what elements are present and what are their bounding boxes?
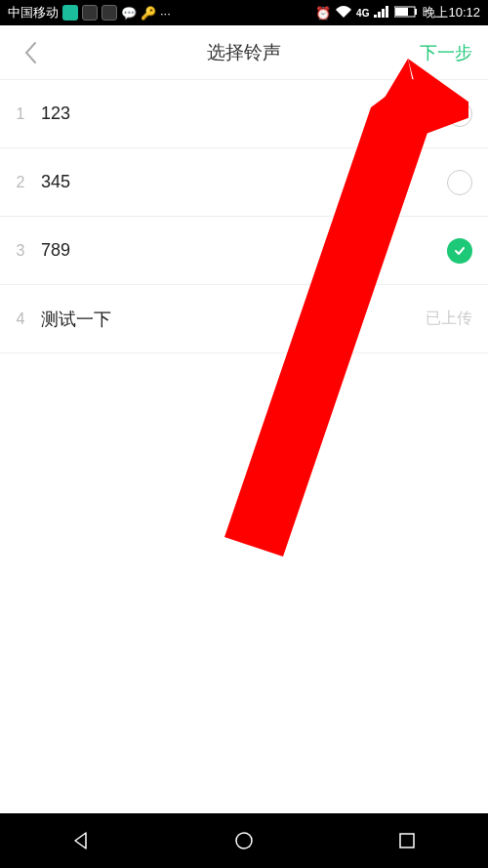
alarm-icon: ⏰ [315, 6, 331, 21]
chevron-left-icon [23, 41, 37, 64]
triangle-back-icon [70, 830, 92, 851]
back-button[interactable] [16, 38, 45, 67]
circle-home-icon [233, 830, 255, 851]
list-item[interactable]: 1 123 [0, 80, 488, 148]
check-icon [453, 244, 467, 258]
nav-back-button[interactable] [52, 821, 110, 860]
signal-icon [374, 6, 389, 21]
svg-rect-2 [382, 9, 385, 18]
item-status: 已上传 [426, 309, 472, 329]
svg-point-10 [236, 833, 252, 848]
square-recent-icon [397, 831, 417, 850]
app-icon-3 [102, 5, 117, 21]
key-icon: 🔑 [141, 6, 156, 21]
svg-rect-11 [400, 834, 414, 847]
app-icon-1 [62, 5, 78, 21]
nav-recent-button[interactable] [378, 821, 436, 860]
status-left: 中国移动 💬 🔑 ··· [8, 4, 171, 21]
network-label: 4G [356, 8, 369, 19]
list-item[interactable]: 4 测试一下 已上传 [0, 285, 488, 353]
list-item[interactable]: 2 345 [0, 148, 488, 217]
item-index: 1 [0, 105, 41, 123]
carrier-label: 中国移动 [8, 4, 59, 21]
item-label: 123 [41, 103, 447, 124]
radio-checked-icon[interactable] [447, 238, 472, 264]
svg-rect-0 [374, 15, 377, 18]
svg-rect-3 [386, 6, 388, 18]
more-icon: ··· [160, 6, 171, 21]
item-label: 789 [41, 240, 447, 261]
notification-icon: 💬 [121, 6, 137, 21]
system-nav-bar [0, 813, 488, 868]
radio-unchecked-icon[interactable] [447, 102, 472, 127]
list-item[interactable]: 3 789 [0, 217, 488, 285]
item-label: 345 [41, 172, 447, 192]
svg-rect-5 [395, 8, 408, 16]
app-header: 选择铃声 下一步 [0, 25, 488, 80]
svg-rect-6 [415, 9, 417, 15]
ringtone-list: 1 123 2 345 3 789 4 测试一下 已上传 [0, 80, 488, 353]
item-index: 4 [0, 310, 41, 328]
page-title: 选择铃声 [207, 40, 281, 65]
svg-rect-1 [378, 12, 381, 18]
radio-unchecked-icon[interactable] [447, 170, 472, 195]
nav-home-button[interactable] [215, 821, 273, 860]
item-index: 3 [0, 242, 41, 260]
time-label: 晚上10:12 [423, 4, 480, 21]
status-right: ⏰ 4G 晚上10:12 [315, 4, 480, 21]
app-icon-2 [82, 5, 98, 21]
item-label: 测试一下 [41, 308, 426, 331]
status-bar: 中国移动 💬 🔑 ··· ⏰ 4G 晚上10:12 [0, 0, 488, 25]
item-index: 2 [0, 174, 41, 191]
wifi-icon [336, 6, 351, 21]
next-button[interactable]: 下一步 [420, 41, 472, 64]
battery-icon [394, 6, 418, 21]
